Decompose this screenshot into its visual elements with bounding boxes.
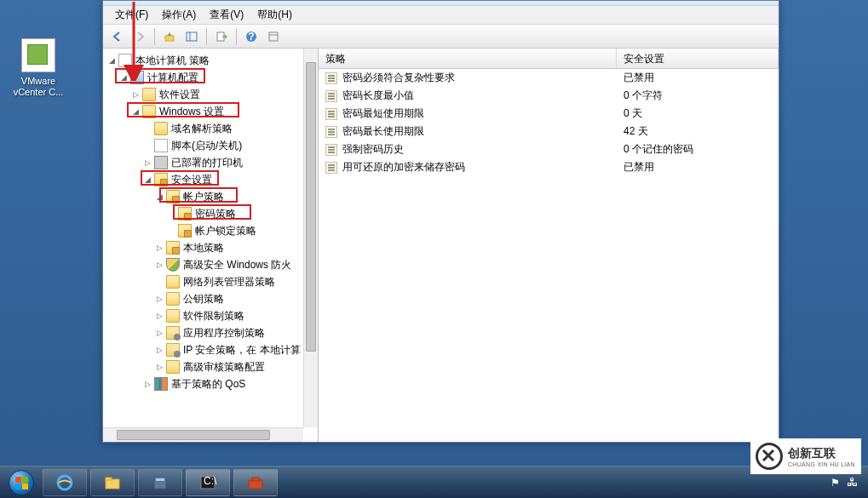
tree-printers[interactable]: ▷ 已部署的打印机 — [103, 154, 318, 171]
tree-software-settings[interactable]: ▷ 软件设置 — [103, 86, 318, 103]
toolbar-separator — [154, 28, 155, 45]
toolbar: ? — [103, 25, 779, 49]
expand-toggle[interactable]: ▷ — [154, 345, 164, 355]
tree-account-policy[interactable]: ◢ 帐户策略 — [103, 188, 318, 205]
policy-item-icon — [325, 126, 337, 138]
folder-gear-icon — [166, 326, 180, 340]
policy-name: 密码长度最小值 — [342, 89, 414, 103]
tree-password-policy[interactable]: 密码策略 — [103, 205, 318, 222]
tree-local-policy[interactable]: ▷ 本地策略 — [103, 239, 318, 256]
tree-audit[interactable]: ▷ 高级审核策略配置 — [103, 358, 318, 375]
expand-toggle[interactable]: ▷ — [154, 362, 164, 372]
expand-toggle[interactable]: ▷ — [142, 379, 152, 389]
tree-ip-security[interactable]: ▷ IP 安全策略，在 本地计算 — [103, 341, 318, 358]
taskbar-mmc[interactable] — [233, 469, 278, 496]
svg-rect-7 — [269, 32, 278, 41]
svg-rect-10 — [22, 477, 28, 483]
export-button[interactable] — [212, 27, 231, 46]
menu-view[interactable]: 查看(V) — [203, 6, 250, 24]
tree-windows-settings[interactable]: ◢ Windows 设置 — [103, 103, 318, 120]
policy-setting: 已禁用 — [617, 158, 779, 176]
shield-icon — [166, 258, 180, 272]
folder-icon — [166, 275, 180, 289]
annotation-arrow — [124, 0, 149, 81]
tree-software-restrict[interactable]: ▷ 软件限制策略 — [103, 307, 318, 324]
taskbar-explorer[interactable] — [90, 469, 135, 496]
desktop-icon-label: VMware vCenter C... — [9, 76, 68, 98]
content-area: ◢ 本地计算机 策略 ◢ 计算机配置 ▷ 软件设置 ◢ Windows 设置 — [103, 49, 779, 442]
list-body: 密码必须符合复杂性要求已禁用密码长度最小值0 个字符密码最短使用期限0 天密码最… — [319, 69, 779, 176]
folder-lock-icon — [178, 224, 192, 238]
expand-toggle[interactable]: ▷ — [154, 260, 164, 270]
tree-dns-policy[interactable]: 域名解析策略 — [103, 120, 318, 137]
system-tray[interactable]: ⚑ 🖧 — [831, 476, 865, 489]
tree-pubkey[interactable]: ▷ 公钥策略 — [103, 290, 318, 307]
column-setting[interactable]: 安全设置 — [617, 49, 779, 68]
folder-icon — [154, 122, 168, 135]
policy-name: 强制密码历史 — [342, 142, 404, 157]
expand-toggle[interactable]: ▷ — [142, 157, 152, 168]
desktop-icon-vmware[interactable]: VMware vCenter C... — [9, 38, 68, 98]
toolbar-separator — [236, 28, 237, 45]
list-row[interactable]: 用可还原的加密来储存密码已禁用 — [319, 158, 779, 176]
policy-name: 密码最短使用期限 — [342, 106, 424, 121]
vertical-scrollbar[interactable] — [303, 49, 318, 427]
menu-action[interactable]: 操作(A) — [155, 6, 203, 24]
list-header: 策略 安全设置 — [319, 49, 779, 69]
console-icon: C:\ — [198, 473, 217, 492]
tree-security-settings[interactable]: ◢ 安全设置 — [103, 171, 318, 188]
show-hide-tree-button[interactable] — [182, 27, 201, 46]
tree-firewall[interactable]: ▷ 高级安全 Windows 防火 — [103, 256, 318, 273]
expand-toggle[interactable]: ◢ — [142, 175, 152, 185]
tree-lockout-policy[interactable]: 帐户锁定策略 — [103, 222, 318, 239]
expand-toggle[interactable]: ▷ — [154, 328, 164, 338]
svg-rect-21 — [252, 478, 259, 481]
list-row[interactable]: 密码必须符合复杂性要求已禁用 — [319, 69, 779, 87]
svg-text:?: ? — [248, 31, 254, 43]
expand-toggle[interactable]: ▷ — [154, 311, 164, 321]
column-policy[interactable]: 策略 — [319, 49, 617, 68]
expand-toggle[interactable]: ◢ — [130, 106, 141, 117]
policy-item-icon — [325, 72, 337, 84]
server-icon — [151, 473, 170, 492]
taskbar-server-manager[interactable] — [138, 469, 182, 496]
start-button[interactable] — [3, 469, 39, 496]
expand-toggle[interactable]: ◢ — [154, 192, 164, 202]
taskbar: C:\ ⚑ 🖧 — [0, 466, 868, 498]
list-row[interactable]: 强制密码历史0 个记住的密码 — [319, 140, 779, 158]
up-button[interactable] — [160, 27, 179, 46]
folder-gear-icon — [166, 343, 180, 357]
folder-icon — [166, 309, 180, 323]
tree-app-control[interactable]: ▷ 应用程序控制策略 — [103, 324, 318, 341]
list-row[interactable]: 密码长度最小值0 个字符 — [319, 87, 779, 105]
expand-toggle[interactable]: ◢ — [106, 55, 117, 66]
taskbar-ie[interactable] — [43, 469, 87, 496]
tree-qos[interactable]: ▷ 基于策略的 QoS — [103, 375, 318, 392]
list-row[interactable]: 密码最短使用期限0 天 — [319, 105, 779, 123]
tree-network-list[interactable]: 网络列表管理器策略 — [103, 273, 318, 290]
svg-rect-12 — [22, 484, 28, 489]
tray-flag-icon[interactable]: ⚑ — [831, 477, 840, 489]
toolbox-icon — [246, 473, 265, 492]
properties-button[interactable] — [264, 27, 283, 46]
folder-lock-icon — [178, 207, 192, 220]
list-pane[interactable]: 策略 安全设置 密码必须符合复杂性要求已禁用密码长度最小值0 个字符密码最短使用… — [319, 49, 779, 442]
expand-toggle[interactable]: ▷ — [154, 294, 164, 304]
menu-bar: 文件(F) 操作(A) 查看(V) 帮助(H) — [103, 6, 779, 25]
tree-pane[interactable]: ◢ 本地计算机 策略 ◢ 计算机配置 ▷ 软件设置 ◢ Windows 设置 — [103, 49, 319, 442]
policy-item-icon — [325, 162, 337, 174]
horizontal-scrollbar[interactable] — [103, 427, 303, 442]
logo-mark-icon — [756, 443, 783, 470]
tree-scripts[interactable]: 脚本(启动/关机) — [103, 137, 318, 154]
taskbar-cmd[interactable]: C:\ — [186, 469, 230, 496]
svg-rect-9 — [15, 477, 21, 483]
svg-rect-2 — [187, 32, 197, 41]
expand-toggle[interactable]: ▷ — [130, 89, 141, 100]
list-row[interactable]: 密码最长使用期限42 天 — [319, 123, 779, 140]
expand-toggle[interactable]: ▷ — [154, 243, 164, 253]
tray-network-icon[interactable]: 🖧 — [847, 476, 858, 489]
help-button[interactable]: ? — [242, 27, 261, 46]
policy-setting: 已禁用 — [617, 69, 779, 87]
menu-help[interactable]: 帮助(H) — [250, 6, 299, 24]
policy-setting: 0 天 — [617, 105, 779, 123]
